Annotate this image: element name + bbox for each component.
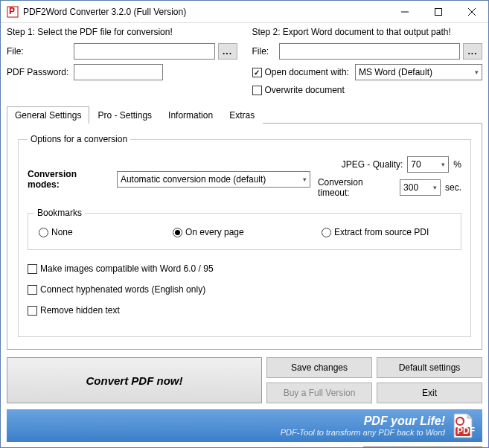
app-icon: P <box>7 6 19 18</box>
options-legend: Options for a conversion <box>28 134 130 144</box>
step2-panel: Step 2: Export Word document to that out… <box>252 27 483 100</box>
default-settings-button[interactable]: Default settings <box>377 357 482 378</box>
timeout-unit: sec. <box>445 182 461 193</box>
images-compat-checkbox[interactable] <box>28 264 37 274</box>
tab-information[interactable]: Information <box>160 106 221 124</box>
chevron-down-icon: ▾ <box>433 184 437 191</box>
outfile-label: File: <box>252 46 279 57</box>
save-changes-button[interactable]: Save changes <box>266 357 372 378</box>
step1-panel: Step 1: Select the PDF file for conversi… <box>7 27 237 100</box>
banner-subtitle: PDF-Tool to transform any PDF back to Wo… <box>281 428 445 437</box>
banner-title: PDF your Life! <box>281 415 445 428</box>
radio-none-row: None <box>39 227 173 237</box>
right-options: JPEG - Quality: 70 ▾ % Conversion timeou… <box>318 156 461 202</box>
jpeg-unit: % <box>453 159 461 170</box>
radio-extract-row: Extract from source PDI <box>322 227 450 237</box>
jpeg-quality-select[interactable]: 70 ▾ <box>407 156 449 173</box>
minimize-button[interactable] <box>388 1 421 22</box>
exit-button[interactable]: Exit <box>377 383 482 403</box>
open-with-value: MS Word (Default) <box>359 67 432 77</box>
hyphen-label: Connect hyphenated words (English only) <box>40 284 205 295</box>
step2-title: Step 2: Export Word document to that out… <box>252 27 483 37</box>
radio-every-row: On every page <box>173 227 322 237</box>
conversion-mode-value: Automatic conversion mode (default) <box>121 174 266 185</box>
jpeg-quality-value: 70 <box>411 159 421 170</box>
jpeg-quality-label: JPEG - Quality: <box>342 159 403 170</box>
timeout-value: 300 <box>403 182 418 193</box>
overwrite-label: Overwrite document <box>265 85 345 95</box>
tab-extras[interactable]: Extras <box>221 106 263 124</box>
pdf-file-input[interactable] <box>74 43 215 60</box>
overwrite-checkbox[interactable] <box>252 86 262 95</box>
bookmark-extract-radio[interactable] <box>322 228 331 237</box>
overwrite-checkbox-row: Overwrite document <box>252 85 345 95</box>
window-title: PDF2Word Converter 3.2.0 (Full Version) <box>23 7 388 17</box>
titlebar: P PDF2Word Converter 3.2.0 (Full Version… <box>1 1 488 23</box>
bookmarks-legend: Bookmarks <box>34 208 85 218</box>
options-group: Options for a conversion Conversion mode… <box>18 134 471 337</box>
open-with-checkbox[interactable] <box>252 68 262 77</box>
banner: PDF your Life! PDF-Tool to transform any… <box>7 409 482 442</box>
chevron-down-icon: ▾ <box>303 176 307 183</box>
bookmark-none-label: None <box>51 227 73 237</box>
tab-general[interactable]: General Settings <box>7 106 89 124</box>
chevron-down-icon: ▾ <box>475 68 479 76</box>
file-label: File: <box>7 46 74 57</box>
hidden-text-label: Remove hidden text <box>40 305 120 316</box>
svg-text:P: P <box>9 6 15 16</box>
pdf-browse-button[interactable]: ... <box>218 43 237 60</box>
pdf-icon: PDF <box>450 412 476 439</box>
bookmarks-group: Bookmarks None On every page Extract fro… <box>28 213 461 250</box>
bookmark-extract-label: Extract from source PDI <box>334 227 429 237</box>
open-with-select[interactable]: MS Word (Default) ▾ <box>355 64 482 80</box>
bookmark-none-radio[interactable] <box>39 228 48 237</box>
open-with-label: Open document with: <box>265 67 349 77</box>
convert-button[interactable]: Convert PDF now! <box>7 357 262 403</box>
tab-pro[interactable]: Pro - Settings <box>89 106 160 124</box>
chevron-down-icon: ▾ <box>441 161 445 168</box>
close-button[interactable] <box>455 1 488 22</box>
hidden-text-checkbox[interactable] <box>28 306 37 316</box>
svg-rect-3 <box>435 8 441 15</box>
images-compat-label: Make images compatible with Word 6.0 / 9… <box>40 263 214 274</box>
tab-strip: General Settings Pro - Settings Informat… <box>7 106 482 124</box>
timeout-label: Conversion timeout: <box>318 177 395 198</box>
hyphen-checkbox[interactable] <box>28 285 37 295</box>
svg-text:PDF: PDF <box>457 426 475 436</box>
timeout-select[interactable]: 300 ▾ <box>400 179 441 196</box>
open-with-checkbox-row: Open document with: <box>252 67 349 77</box>
outfile-input[interactable] <box>279 43 461 60</box>
conversion-mode-select[interactable]: Automatic conversion mode (default) ▾ <box>117 171 310 188</box>
tab-panel-general: Options for a conversion Conversion mode… <box>7 124 482 350</box>
step1-title: Step 1: Select the PDF file for conversi… <box>7 27 237 37</box>
buy-full-version-button[interactable]: Buy a Full Version <box>266 383 372 403</box>
bookmark-every-radio[interactable] <box>173 228 182 237</box>
pdf-password-input[interactable] <box>74 64 163 80</box>
bookmark-every-label: On every page <box>185 227 244 237</box>
modes-label: Conversion modes: <box>28 169 109 190</box>
password-label: PDF Password: <box>7 67 74 77</box>
maximize-button[interactable] <box>421 1 455 22</box>
outfile-browse-button[interactable]: ... <box>463 43 482 60</box>
